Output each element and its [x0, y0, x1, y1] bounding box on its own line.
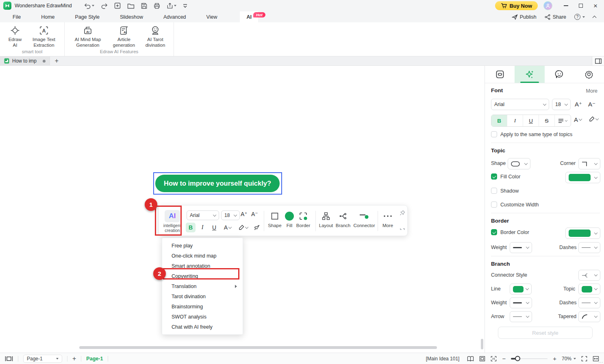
new-tab-button[interactable]: + — [50, 56, 63, 65]
edraw-ai-button[interactable]: Edraw AI — [4, 25, 26, 48]
branch-topic-color-select[interactable] — [578, 284, 600, 295]
fit-map-button[interactable] — [479, 356, 485, 362]
maximize-button[interactable] — [579, 4, 583, 8]
border-dashes-select[interactable] — [578, 242, 600, 253]
menu-home[interactable]: Home — [39, 11, 57, 22]
border-weight-select[interactable] — [510, 242, 532, 253]
collapse-toolbar-button[interactable] — [400, 227, 405, 232]
branch-arrow-select[interactable] — [510, 311, 532, 322]
connector-style-select[interactable] — [578, 270, 600, 281]
zoom-slider-knob[interactable] — [515, 356, 520, 361]
main-topic-node[interactable]: How to improve yourself quickly? — [155, 175, 280, 192]
customize-toolbar-button[interactable] — [183, 3, 187, 8]
vertical-scrollbar[interactable] — [481, 339, 483, 349]
export-button[interactable] — [167, 3, 176, 9]
corner-select[interactable] — [578, 158, 600, 169]
menu-item-one-click-mind-map[interactable]: One-click mind map — [162, 251, 243, 261]
help-button[interactable]: ? — [574, 14, 585, 20]
horizontal-scrollbar[interactable] — [79, 346, 437, 349]
reset-style-button[interactable]: Reset style — [498, 327, 593, 339]
shape-select[interactable] — [508, 158, 530, 169]
branch-dashes-select[interactable] — [578, 297, 600, 308]
tab-settings[interactable] — [574, 66, 604, 83]
add-page-button[interactable]: + — [72, 355, 76, 362]
format-painter-button[interactable] — [252, 223, 262, 232]
sidebar-decrease-font-button[interactable]: A⁻ — [588, 101, 595, 108]
ai-mind-map-generation-button[interactable]: Ai AI Mind Map Generation — [69, 25, 107, 48]
slideshow-view-button[interactable] — [5, 356, 13, 362]
font-family-select[interactable]: Arial — [187, 210, 219, 220]
font-size-select[interactable]: 18 — [221, 210, 240, 220]
menu-item-brainstorming[interactable]: Brainstorming — [162, 301, 243, 312]
tab-stickers[interactable] — [545, 66, 574, 83]
buy-now-button[interactable]: Buy Now — [495, 1, 538, 10]
menu-item-translation[interactable]: Translation — [162, 281, 243, 291]
border-button[interactable]: Border — [293, 210, 313, 228]
page-tab[interactable]: Page-1 — [86, 356, 103, 362]
customize-width-checkbox[interactable] — [491, 202, 497, 208]
decrease-font-button[interactable]: A⁻ — [251, 211, 258, 217]
article-generation-button[interactable]: Ai Article generation — [109, 25, 139, 48]
branch-tapered-select[interactable] — [578, 311, 600, 322]
outline-view-button[interactable] — [467, 356, 474, 362]
branch-weight-select[interactable] — [510, 297, 532, 308]
layout-button[interactable]: Layout — [316, 210, 336, 228]
redo-button[interactable] — [101, 3, 108, 9]
sidebar-bold-button[interactable]: B — [491, 115, 507, 126]
minimize-button[interactable] — [564, 5, 568, 6]
fit-width-button[interactable] — [593, 356, 599, 362]
branch-button[interactable]: Branch — [333, 210, 353, 228]
zoom-slider[interactable] — [511, 358, 548, 359]
menu-item-swot-analysis[interactable]: SWOT analysis — [162, 312, 243, 322]
document-tab[interactable]: How to imp — [0, 56, 50, 65]
fit-window-button[interactable] — [491, 356, 497, 362]
menu-item-chat-with-ai[interactable]: Chat with AI freely — [162, 322, 243, 332]
open-file-button[interactable] — [127, 3, 135, 9]
font-more-button[interactable]: More — [586, 88, 597, 94]
highlighter-button[interactable] — [236, 223, 250, 232]
sidebar-font-color-button[interactable]: A — [574, 116, 582, 123]
fill-color-select[interactable] — [565, 172, 600, 183]
print-button[interactable] — [154, 3, 160, 9]
shadow-checkbox[interactable] — [491, 188, 497, 194]
page-select[interactable]: Page-1 — [23, 355, 62, 363]
sidebar-font-family-select[interactable]: Arial — [491, 99, 549, 110]
pin-toolbar-button[interactable] — [400, 210, 405, 216]
image-text-extraction-button[interactable]: A Image Text Extraction — [28, 25, 60, 48]
menu-item-tarot-divination[interactable]: Tarot divination — [162, 291, 243, 301]
sidebar-increase-font-button[interactable]: A⁺ — [575, 101, 582, 108]
more-button[interactable]: More — [378, 210, 397, 228]
fullscreen-button[interactable] — [581, 356, 587, 362]
menu-file[interactable]: File — [10, 11, 23, 22]
menu-ai-active[interactable]: AI Hot — [240, 11, 258, 22]
close-button[interactable]: × — [593, 2, 597, 9]
sidebar-font-size-select[interactable]: 18 — [552, 99, 571, 110]
sidebar-italic-button[interactable]: I — [507, 115, 523, 126]
zoom-out-button[interactable]: − — [502, 355, 506, 362]
menu-advanced[interactable]: Advanced — [161, 11, 189, 22]
menu-slideshow[interactable]: Slideshow — [117, 11, 146, 22]
menu-page-style[interactable]: Page Style — [73, 11, 102, 22]
mindmap-canvas[interactable]: How to improve yourself quickly? AI inte… — [0, 66, 485, 353]
increase-font-button[interactable]: A⁺ — [241, 211, 248, 217]
connector-button[interactable]: Connector — [352, 210, 376, 228]
ai-tarot-divination-button[interactable]: AI Tarot divination — [141, 25, 169, 48]
bold-button[interactable]: B — [186, 223, 196, 232]
publish-button[interactable]: Publish — [512, 14, 537, 20]
collapse-ribbon-button[interactable] — [593, 15, 597, 20]
zoom-in-button[interactable]: + — [553, 355, 556, 362]
tab-ai-style[interactable] — [515, 66, 544, 83]
zoom-level-select[interactable]: 70% — [562, 356, 576, 362]
apply-same-type-checkbox[interactable] — [491, 131, 497, 137]
share-button[interactable]: Share — [545, 14, 566, 20]
sidebar-highlighter-button[interactable] — [589, 116, 598, 122]
sidebar-strikethrough-button[interactable]: S — [539, 115, 555, 126]
toggle-sidebar-button[interactable] — [592, 56, 604, 65]
border-color-select[interactable] — [565, 228, 600, 239]
fill-color-checkbox[interactable] — [491, 173, 497, 180]
italic-button[interactable]: I — [198, 223, 207, 232]
font-color-button[interactable]: A — [221, 223, 234, 232]
menu-view[interactable]: View — [204, 11, 220, 22]
new-document-button[interactable] — [114, 2, 121, 9]
sidebar-underline-button[interactable]: U — [523, 115, 539, 126]
